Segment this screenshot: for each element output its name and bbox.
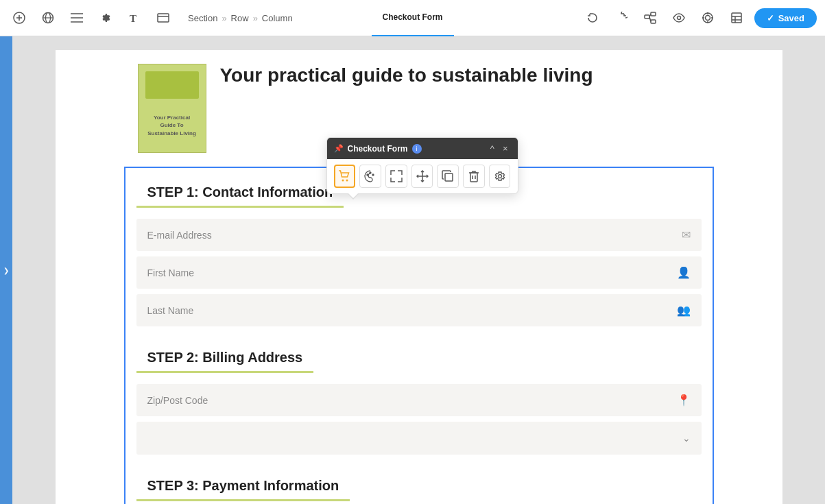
lastname-placeholder: Last Name bbox=[147, 305, 194, 316]
info-icon[interactable]: i bbox=[412, 144, 422, 154]
top-toolbar: T Section » Row » Column Checkout Form bbox=[0, 0, 825, 36]
breadcrumb-row[interactable]: Row bbox=[231, 13, 249, 23]
redo-button[interactable] bbox=[610, 7, 632, 29]
canvas-area: Your Practical Guide To Sustainable Livi… bbox=[12, 36, 825, 504]
email-icon: ✉ bbox=[682, 228, 691, 241]
book-cover: Your Practical Guide To Sustainable Livi… bbox=[138, 64, 206, 153]
palette-tool-button[interactable] bbox=[359, 165, 381, 188]
text-button[interactable]: T bbox=[123, 7, 145, 29]
svg-point-30 bbox=[367, 174, 368, 176]
cover-line2: Guide To bbox=[160, 122, 183, 128]
toolbar-left: T Section » Row » Column bbox=[8, 7, 293, 29]
breadcrumb-sep1: » bbox=[222, 13, 226, 23]
svg-rect-13 bbox=[651, 12, 656, 16]
svg-point-39 bbox=[498, 175, 501, 178]
active-tab[interactable]: Checkout Form bbox=[371, 0, 453, 36]
toggle-arrow: ❯ bbox=[3, 267, 9, 274]
tooltip-header: 📌 Checkout Form i ^ × bbox=[327, 138, 518, 159]
svg-rect-35 bbox=[445, 173, 453, 181]
cover-line3: Sustainable Living bbox=[147, 130, 196, 136]
zip-placeholder: Zip/Post Code bbox=[147, 395, 208, 406]
svg-point-28 bbox=[342, 180, 344, 182]
step3-header: STEP 3: Payment Information bbox=[125, 461, 713, 504]
lastname-field[interactable]: Last Name 👥 bbox=[136, 294, 702, 326]
chevron-down-icon: ⌄ bbox=[682, 433, 691, 444]
svg-rect-36 bbox=[470, 173, 477, 182]
svg-point-31 bbox=[372, 174, 374, 176]
delete-tool-button[interactable] bbox=[463, 165, 485, 188]
breadcrumb-section[interactable]: Section bbox=[188, 13, 217, 23]
svg-line-16 bbox=[649, 17, 651, 22]
step3-title: STEP 3: Payment Information bbox=[136, 467, 350, 501]
globe-button[interactable] bbox=[37, 7, 59, 29]
page-canvas: Your Practical Guide To Sustainable Livi… bbox=[56, 50, 782, 504]
settings-tool-button[interactable] bbox=[489, 165, 511, 188]
email-field[interactable]: E-mail Address ✉ bbox=[136, 219, 702, 251]
saved-label: Saved bbox=[778, 13, 804, 23]
cover-line1: Your Practical bbox=[154, 115, 190, 121]
svg-rect-14 bbox=[651, 20, 656, 23]
float-tooltip: 📌 Checkout Form i ^ × bbox=[326, 137, 518, 194]
breadcrumb-column[interactable]: Column bbox=[262, 13, 293, 23]
tooltip-title-area: 📌 Checkout Form i bbox=[334, 144, 422, 154]
pin-icon: 📌 bbox=[334, 144, 344, 153]
hero-title: Your practical guide to sustainable livi… bbox=[220, 64, 593, 87]
target-button[interactable] bbox=[697, 7, 719, 29]
tooltip-tools bbox=[327, 159, 518, 193]
svg-line-15 bbox=[649, 14, 651, 17]
tooltip-arrow bbox=[348, 194, 359, 200]
email-placeholder: E-mail Address bbox=[147, 230, 212, 241]
tooltip-collapse-button[interactable]: ^ bbox=[488, 142, 497, 155]
svg-point-32 bbox=[370, 172, 371, 173]
tooltip-actions: ^ × bbox=[488, 142, 511, 155]
active-tab-label: Checkout Form bbox=[382, 12, 442, 22]
side-panel-toggle[interactable]: ❯ bbox=[0, 36, 12, 504]
location-icon: 📍 bbox=[677, 394, 691, 407]
preview-button[interactable] bbox=[668, 7, 690, 29]
firstname-placeholder: First Name bbox=[147, 267, 194, 278]
expand-tool-button[interactable] bbox=[385, 165, 407, 188]
share-button[interactable] bbox=[639, 7, 661, 29]
step1-title: STEP 1: Contact Information bbox=[136, 173, 344, 208]
checkout-form: STEP 1: Contact Information E-mail Addre… bbox=[124, 167, 714, 504]
tooltip-close-button[interactable]: × bbox=[500, 142, 511, 155]
country-select[interactable]: ⌄ bbox=[136, 422, 702, 455]
saved-button[interactable]: ✓ Saved bbox=[754, 8, 817, 28]
breadcrumb-sep2: » bbox=[253, 13, 258, 23]
svg-point-29 bbox=[346, 180, 348, 182]
svg-point-17 bbox=[677, 16, 680, 20]
firstname-field[interactable]: First Name 👤 bbox=[136, 256, 702, 289]
frame-button[interactable] bbox=[152, 7, 174, 29]
tooltip-title: Checkout Form bbox=[348, 144, 408, 154]
layers-button[interactable] bbox=[726, 7, 748, 29]
add-button[interactable] bbox=[8, 7, 30, 29]
copy-tool-button[interactable] bbox=[437, 165, 459, 188]
saved-checkmark: ✓ bbox=[767, 13, 774, 23]
zip-field[interactable]: Zip/Post Code 📍 bbox=[136, 384, 702, 416]
svg-rect-24 bbox=[732, 13, 741, 23]
list-button[interactable] bbox=[66, 7, 88, 29]
step2-title: STEP 2: Billing Address bbox=[136, 339, 314, 373]
cart-tool-button[interactable] bbox=[334, 165, 356, 188]
move-tool-button[interactable] bbox=[411, 165, 433, 188]
svg-rect-12 bbox=[645, 15, 649, 19]
step2-header: STEP 2: Billing Address bbox=[125, 333, 713, 379]
svg-rect-10 bbox=[158, 14, 169, 22]
svg-point-18 bbox=[703, 13, 713, 23]
people-icon: 👥 bbox=[677, 304, 691, 317]
gear-button[interactable] bbox=[95, 7, 117, 29]
undo-button[interactable] bbox=[582, 7, 603, 29]
breadcrumb: Section » Row » Column bbox=[188, 13, 293, 23]
toolbar-right: ✓ Saved bbox=[582, 7, 817, 29]
svg-point-19 bbox=[705, 16, 710, 21]
person-icon: 👤 bbox=[677, 266, 691, 279]
svg-text:T: T bbox=[130, 13, 136, 24]
